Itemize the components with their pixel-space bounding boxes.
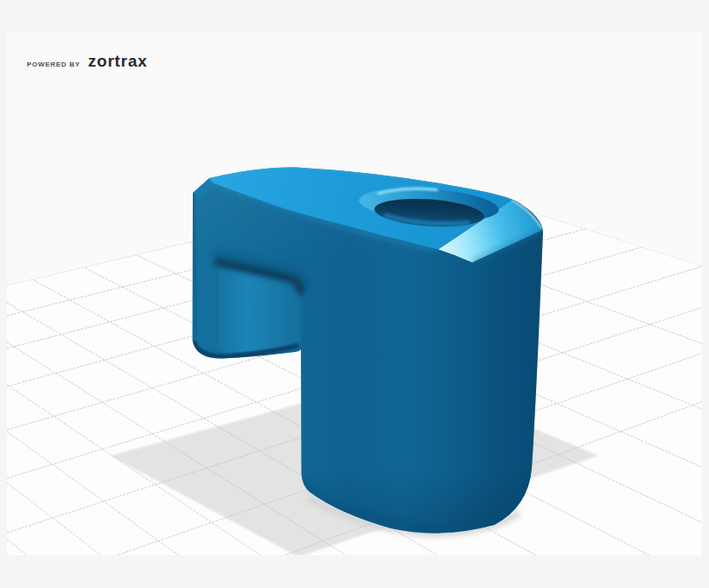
app-background: { "branding": { "powered_by": "POWERED B…	[0, 0, 709, 588]
brand-logo: POWERED BY zortrax	[27, 52, 148, 71]
powered-by-label: POWERED BY	[27, 61, 80, 68]
viewport-3d[interactable]: POWERED BY zortrax	[7, 31, 702, 555]
scene-canvas	[7, 31, 702, 555]
brand-name: zortrax	[88, 52, 148, 71]
